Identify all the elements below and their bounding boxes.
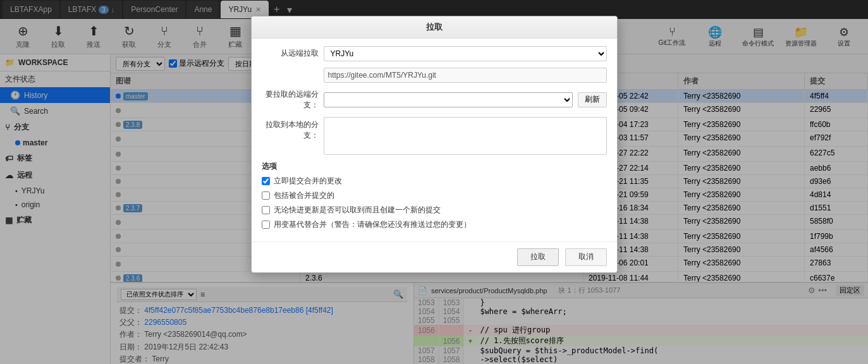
local-branch-row: 拉取到本地的分支： bbox=[262, 117, 607, 155]
remote-branch-select[interactable] bbox=[324, 92, 573, 107]
checkbox-1-label: 立即提交合并的更改 bbox=[274, 176, 342, 186]
checkbox-row-3: 无论快进更新是否可以取到而且创建一个新的提交 bbox=[262, 205, 607, 215]
dialog-title: 拉取 bbox=[252, 16, 617, 39]
checkbox-3[interactable] bbox=[262, 206, 270, 214]
from-remote-label: 从远端拉取 bbox=[262, 48, 319, 59]
remote-branch-row: 要拉取的远端分支： 刷新 bbox=[262, 89, 607, 111]
remote-select[interactable]: YRJYu bbox=[324, 46, 607, 61]
pull-dialog: 拉取 从远端拉取 YRJYu 要拉取的远端分支： 刷新 拉取到本地的分支： bbox=[251, 16, 618, 273]
cancel-button[interactable]: 取消 bbox=[565, 248, 607, 266]
pull-confirm-button[interactable]: 拉取 bbox=[517, 248, 559, 266]
dialog-body: 从远端拉取 YRJYu 要拉取的远端分支： 刷新 拉取到本地的分支： 选项 bbox=[252, 39, 617, 241]
remote-branch-label: 要拉取的远端分支： bbox=[262, 89, 319, 111]
checkbox-row-2: 包括被合并提交的 bbox=[262, 190, 607, 201]
from-remote-row: 从远端拉取 YRJYu bbox=[262, 46, 607, 61]
options-section: 选项 立即提交合并的更改 包括被合并提交的 无论快进更新是否可以取到而且创建一个… bbox=[262, 161, 607, 230]
local-branch-label: 拉取到本地的分支： bbox=[262, 117, 319, 141]
dialog-footer: 拉取 取消 bbox=[252, 241, 617, 272]
checkbox-2-label: 包括被合并提交的 bbox=[274, 190, 334, 201]
dialog-overlay: 拉取 从远端拉取 YRJYu 要拉取的远端分支： 刷新 拉取到本地的分支： bbox=[0, 0, 868, 364]
url-input[interactable] bbox=[324, 68, 607, 83]
url-row bbox=[262, 68, 607, 83]
options-title: 选项 bbox=[262, 161, 607, 172]
checkbox-row-1: 立即提交合并的更改 bbox=[262, 176, 607, 186]
checkbox-4[interactable] bbox=[262, 221, 270, 229]
refresh-button[interactable]: 刷新 bbox=[578, 92, 607, 107]
checkbox-row-4: 用变基代替合并（警告：请确保您还没有推送过您的变更） bbox=[262, 219, 607, 230]
checkbox-3-label: 无论快进更新是否可以取到而且创建一个新的提交 bbox=[274, 205, 441, 215]
checkbox-2[interactable] bbox=[262, 191, 270, 200]
local-branch-select[interactable] bbox=[324, 117, 607, 155]
checkbox-4-label: 用变基代替合并（警告：请确保您还没有推送过您的变更） bbox=[274, 219, 471, 230]
checkbox-1[interactable] bbox=[262, 177, 270, 185]
